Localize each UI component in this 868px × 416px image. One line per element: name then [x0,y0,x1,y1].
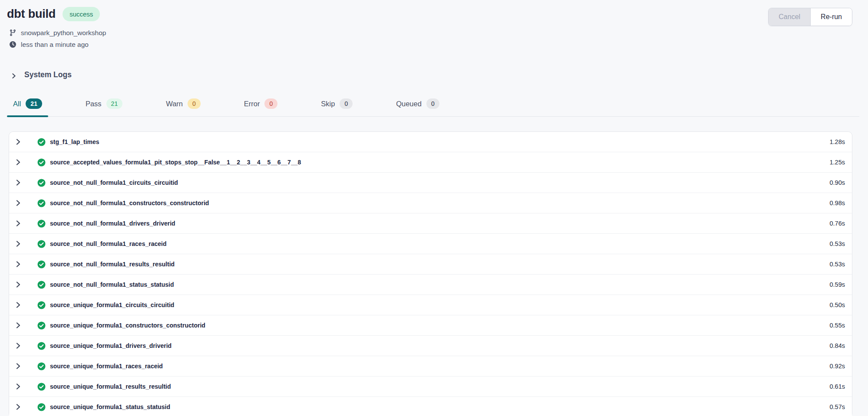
expand-chevron-icon[interactable] [15,322,22,329]
results-list: stg_f1_lap_times 1.28s source_accepted_v… [9,131,852,416]
success-check-icon [37,383,46,391]
success-check-icon [37,179,46,187]
run-meta: snowpark_python_workshop less than a min… [9,27,852,50]
result-duration: 0.76s [830,220,845,227]
result-duration: 1.28s [830,138,845,145]
expand-chevron-icon[interactable] [15,342,22,349]
result-duration: 1.25s [830,159,845,166]
tab-error[interactable]: Error 0 [238,98,284,116]
tab-pass[interactable]: Pass 21 [79,98,129,116]
result-row[interactable]: source_not_null_formula1_drivers_driveri… [9,213,852,234]
expand-chevron-icon[interactable] [15,261,22,268]
result-duration: 0.59s [830,281,845,288]
result-row[interactable]: source_not_null_formula1_results_resulti… [9,254,852,275]
success-check-icon [37,199,46,207]
tab-count-badge: 0 [188,98,201,109]
expand-chevron-icon[interactable] [15,200,22,206]
success-check-icon [37,281,46,289]
result-row[interactable]: source_not_null_formula1_constructors_co… [9,193,852,213]
success-check-icon [37,362,46,370]
result-duration: 0.61s [830,383,845,390]
result-duration: 0.92s [830,363,845,370]
expand-chevron-icon[interactable] [15,281,22,288]
result-name: source_unique_formula1_status_statusid [50,403,170,410]
result-name: source_unique_formula1_results_resultid [50,383,171,390]
page-title: dbt build [7,7,56,21]
status-badge: success [63,7,100,21]
expand-chevron-icon[interactable] [15,403,22,410]
result-row[interactable]: source_accepted_values_formula1_pit_stop… [9,152,852,173]
result-duration: 0.53s [830,240,845,247]
expand-chevron-icon[interactable] [15,383,22,390]
tab-count-badge: 21 [26,98,42,109]
title-row: dbt build success [7,7,852,21]
system-logs-label: System Logs [24,70,72,79]
tab-count-badge: 21 [106,98,123,109]
result-row[interactable]: source_not_null_formula1_races_raceid 0.… [9,234,852,254]
result-row[interactable]: stg_f1_lap_times 1.28s [9,132,852,152]
success-check-icon [37,301,46,309]
tab-count-badge: 0 [264,98,277,109]
expand-chevron-icon[interactable] [15,301,22,308]
result-name: source_not_null_formula1_races_raceid [50,240,166,247]
tab-label: Queued [396,100,422,108]
result-duration: 0.53s [830,261,845,268]
tab-count-badge: 0 [340,98,353,109]
expand-chevron-icon[interactable] [15,159,22,166]
expand-chevron-icon[interactable] [15,363,22,370]
time-ago: less than a minute ago [21,41,89,49]
branch-row: snowpark_python_workshop [9,27,852,39]
success-check-icon [37,138,46,146]
result-row[interactable]: source_unique_formula1_circuits_circuiti… [9,295,852,315]
clock-icon [9,41,17,48]
result-row[interactable]: source_not_null_formula1_circuits_circui… [9,173,852,193]
result-row[interactable]: source_not_null_formula1_status_statusid… [9,275,852,295]
result-duration: 0.84s [830,342,845,349]
result-row[interactable]: source_unique_formula1_results_resultid … [9,377,852,397]
tab-label: Pass [86,100,102,108]
git-branch-icon [9,29,17,36]
result-row[interactable]: source_unique_formula1_constructors_cons… [9,315,852,336]
expand-chevron-icon[interactable] [15,220,22,227]
expand-chevron-icon[interactable] [15,179,22,186]
tab-label: Warn [166,100,183,108]
result-name: source_unique_formula1_races_raceid [50,363,163,370]
branch-name: snowpark_python_workshop [21,29,106,37]
result-name: stg_f1_lap_times [50,138,99,145]
result-duration: 0.50s [830,301,845,308]
tab-label: All [13,100,21,108]
run-header: dbt build success Cancel Re-run snowpark… [0,7,868,50]
result-duration: 0.57s [830,403,845,410]
result-row[interactable]: source_unique_formula1_drivers_driverid … [9,336,852,356]
result-row[interactable]: source_unique_formula1_races_raceid 0.92… [9,356,852,377]
tab-warn[interactable]: Warn 0 [160,98,207,116]
rerun-button[interactable]: Re-run [811,8,852,26]
result-name: source_unique_formula1_constructors_cons… [50,322,205,329]
result-name: source_not_null_formula1_circuits_circui… [50,179,178,186]
tab-skip[interactable]: Skip 0 [315,98,359,116]
expand-chevron-icon[interactable] [15,138,22,145]
chevron-right-icon [11,72,17,78]
cancel-button[interactable]: Cancel [769,8,811,26]
success-check-icon [37,260,46,269]
time-row: less than a minute ago [9,39,852,50]
system-logs-toggle[interactable]: System Logs [11,70,72,79]
result-row[interactable]: source_unique_formula1_status_statusid 0… [9,397,852,416]
tab-count-badge: 0 [426,98,439,109]
success-check-icon [37,240,46,248]
success-check-icon [37,219,46,228]
result-duration: 0.55s [830,322,845,329]
result-name: source_not_null_formula1_drivers_driveri… [50,220,175,227]
success-check-icon [37,342,46,350]
result-name: source_not_null_formula1_constructors_co… [50,200,209,206]
tab-label: Skip [321,100,335,108]
result-name: source_not_null_formula1_status_statusid [50,281,174,288]
result-duration: 0.90s [830,179,845,186]
run-actions: Cancel Re-run [768,8,852,26]
expand-chevron-icon[interactable] [15,240,22,247]
success-check-icon [37,321,46,330]
success-check-icon [37,158,46,167]
tab-all[interactable]: All 21 [7,98,48,116]
tab-queued[interactable]: Queued 0 [390,98,446,116]
result-name: source_accepted_values_formula1_pit_stop… [50,159,301,166]
